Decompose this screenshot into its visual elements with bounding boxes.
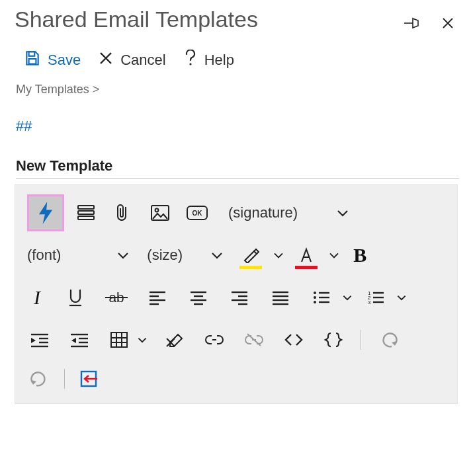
font-dropdown[interactable]: (font) [27, 247, 61, 264]
chevron-down-icon[interactable] [137, 336, 148, 344]
chevron-down-icon[interactable] [396, 294, 407, 301]
template-name-field[interactable]: New Template [16, 157, 459, 179]
size-label: (size) [147, 247, 183, 264]
save-button[interactable]: Save [24, 50, 81, 71]
help-label: Help [204, 52, 234, 69]
numbered-list-button[interactable]: 1 2 3 [363, 285, 388, 310]
breadcrumb[interactable]: My Templates > [16, 83, 460, 97]
svg-point-35 [314, 292, 316, 294]
svg-rect-11 [78, 216, 94, 219]
svg-rect-9 [78, 206, 94, 209]
align-center-button[interactable] [186, 285, 211, 310]
toolbar-row-3: I ab [27, 276, 454, 319]
toolbar-row-2: (font) (size) [27, 234, 454, 276]
underline-button[interactable] [63, 285, 88, 310]
font-label: (font) [27, 247, 61, 264]
svg-rect-55 [111, 333, 127, 347]
toolbar-row-5 [27, 361, 454, 397]
svg-rect-3 [29, 52, 35, 56]
svg-rect-4 [29, 59, 36, 64]
size-dropdown[interactable]: (size) [147, 247, 183, 264]
link-button[interactable] [202, 327, 227, 352]
html-source-button[interactable] [281, 327, 306, 352]
unlink-button [241, 327, 267, 352]
editor-toolbar: OK (signature) (font) (size) [15, 184, 458, 404]
svg-marker-8 [39, 202, 52, 224]
table-button[interactable] [107, 327, 132, 352]
import-button[interactable] [77, 366, 102, 391]
chevron-down-icon[interactable] [210, 251, 224, 260]
indent-button[interactable] [27, 327, 52, 352]
outdent-button[interactable] [67, 327, 92, 352]
chevron-down-icon[interactable] [342, 294, 353, 301]
redo-button [27, 366, 52, 391]
undo-button [376, 327, 401, 352]
separator [361, 330, 361, 350]
chevron-down-icon[interactable] [116, 251, 130, 260]
toolbar-row-4 [27, 319, 454, 361]
separator [64, 369, 65, 389]
font-color-button[interactable] [294, 243, 319, 268]
pane-root: Shared Email Templates [0, 0, 471, 476]
signature-dropdown[interactable]: (signature) [228, 204, 298, 221]
help-icon [183, 50, 198, 71]
insert-image-icon[interactable] [148, 200, 173, 225]
signature-label: (signature) [228, 204, 298, 221]
cancel-label: Cancel [120, 52, 165, 69]
svg-rect-10 [78, 211, 94, 214]
insert-macro-button[interactable] [27, 194, 64, 231]
help-button[interactable]: Help [183, 50, 234, 71]
highlight-color-button[interactable] [238, 243, 263, 268]
code-braces-button[interactable] [321, 327, 346, 352]
insert-dataset-icon[interactable] [73, 200, 99, 225]
chevron-down-icon[interactable] [273, 251, 284, 259]
toolbar-row-1: OK (signature) [27, 192, 454, 234]
bold-button[interactable]: B [353, 244, 366, 266]
svg-text:OK: OK [193, 210, 203, 217]
window-controls [400, 11, 460, 36]
svg-point-13 [155, 209, 159, 212]
save-label: Save [48, 52, 81, 69]
save-icon [24, 50, 41, 71]
cancel-icon [98, 50, 114, 70]
svg-point-39 [314, 301, 316, 303]
align-justify-button[interactable] [268, 285, 293, 310]
shortcut-indicator[interactable]: ## [16, 118, 460, 135]
action-bar: Save Cancel Help [24, 50, 460, 71]
svg-point-7 [189, 63, 191, 65]
italic-button[interactable]: I [27, 286, 47, 309]
attach-icon[interactable] [110, 200, 136, 225]
ok-button-icon[interactable]: OK [185, 200, 210, 225]
pin-icon[interactable] [400, 11, 425, 36]
chevron-down-icon[interactable] [328, 251, 340, 259]
pane-title: Shared Email Templates [15, 7, 258, 32]
clear-format-button[interactable] [162, 327, 187, 352]
chevron-down-icon[interactable] [336, 208, 349, 218]
align-right-button[interactable] [227, 285, 252, 310]
svg-text:3: 3 [368, 299, 371, 305]
bullet-list-button[interactable] [309, 285, 334, 310]
align-left-button[interactable] [145, 285, 170, 310]
svg-point-37 [314, 296, 316, 299]
cancel-button[interactable]: Cancel [98, 50, 165, 70]
strikethrough-button[interactable]: ab [104, 285, 129, 310]
title-bar: Shared Email Templates [15, 5, 460, 38]
close-icon[interactable] [435, 11, 460, 36]
